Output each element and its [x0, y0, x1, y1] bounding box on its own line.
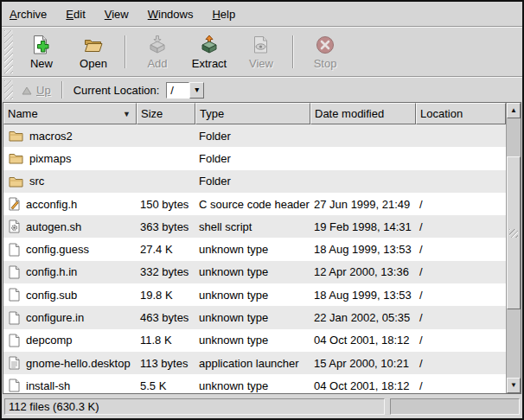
file-size-cell: 113 bytes — [137, 357, 195, 370]
file-size-cell: 463 bytes — [137, 311, 195, 324]
table-row[interactable]: autogen.sh363 bytesshell script19 Feb 19… — [3, 215, 506, 238]
vertical-scrollbar[interactable]: ▲ ▼ — [506, 103, 521, 393]
folder-icon — [9, 152, 23, 164]
file-name: install-sh — [26, 379, 70, 392]
table-row[interactable]: configure.in463 bytesunknown type22 Jan … — [3, 306, 506, 328]
column-label: Size — [141, 107, 163, 120]
menu-edit[interactable]: Edit — [66, 8, 85, 21]
table-row[interactable]: srcFolder — [3, 170, 506, 193]
file-date-cell: 18 Aug 1999, 13:53 — [310, 289, 416, 302]
file-type-cell: shell script — [195, 220, 310, 233]
file-date-cell: 12 Apr 2000, 13:36 — [310, 265, 416, 278]
file-type-cell: application launcher — [195, 357, 310, 370]
file-type-cell: unknown type — [195, 243, 310, 256]
text-edit-icon — [9, 197, 20, 211]
stop-icon — [315, 34, 335, 56]
file-date-cell: 04 Oct 2001, 18:12 — [310, 379, 416, 392]
table-row[interactable]: config.sub19.8 Kunknown type18 Aug 1999,… — [3, 283, 506, 306]
toolbar-drag-handle[interactable] — [4, 30, 13, 73]
file-size-cell: 150 bytes — [137, 198, 195, 211]
sort-descending-icon: ▼ — [123, 110, 132, 118]
file-type-cell: unknown type — [195, 334, 310, 347]
scrollbar-thumb[interactable] — [507, 156, 521, 309]
stop-button-label: Stop — [314, 57, 337, 70]
file-name: config.h.in — [26, 265, 77, 278]
file-type-cell: unknown type — [195, 311, 310, 324]
extract-button-label: Extract — [192, 57, 227, 70]
scrollbar-trough[interactable] — [507, 118, 521, 378]
file-name: acconfig.h — [26, 198, 77, 211]
status-message-box: 112 files (630.3 K) — [4, 398, 385, 415]
arrow-up-icon: ▲ — [510, 107, 517, 114]
file-location-cell: / — [416, 311, 506, 324]
file-name: depcomp — [26, 334, 72, 347]
column-header-size[interactable]: Size — [137, 103, 195, 124]
scroll-up-button[interactable]: ▲ — [507, 103, 521, 118]
location-combo-value[interactable]: / — [166, 82, 189, 99]
table-row[interactable]: macros2Folder — [3, 124, 506, 147]
table-row[interactable]: install-sh5.5 Kunknown type04 Oct 2001, … — [3, 374, 506, 393]
menu-archive[interactable]: Archive — [10, 8, 47, 21]
menu-view[interactable]: View — [105, 8, 129, 21]
menu-windows[interactable]: Windows — [148, 8, 194, 21]
toolbar: New Open Add Extract View Stop — [2, 28, 522, 76]
menu-help[interactable]: Help — [212, 8, 235, 21]
table-row[interactable]: pixmapsFolder — [3, 147, 506, 169]
column-label: Date modified — [315, 107, 384, 120]
table-header-row: Name ▼ Size Type Date modified Location — [3, 103, 506, 124]
file-name: macros2 — [29, 130, 73, 143]
file-name: config.guess — [26, 243, 89, 256]
open-button[interactable]: Open — [67, 32, 119, 72]
file-type-cell: unknown type — [195, 265, 310, 278]
file-type-cell: unknown type — [195, 379, 310, 392]
add-button-label: Add — [147, 57, 167, 70]
file-type-cell: Folder — [195, 152, 310, 165]
toolbar-separator — [125, 35, 126, 68]
file-date-cell: 19 Feb 1998, 14:31 — [310, 220, 416, 233]
file-name-cell: pixmaps — [3, 152, 137, 165]
location-combo[interactable]: / ▾ — [166, 82, 204, 99]
file-location-cell: / — [416, 198, 506, 211]
file-size-cell: 5.5 K — [137, 379, 195, 392]
up-button-label: Up — [36, 84, 51, 97]
file-location-cell: / — [416, 265, 506, 278]
view-button: View — [235, 32, 287, 72]
locationbar-drag-handle[interactable] — [4, 80, 13, 99]
view-file-icon — [251, 34, 272, 56]
scroll-down-button[interactable]: ▼ — [507, 378, 521, 393]
file-location-cell: / — [416, 357, 506, 370]
file-location-cell: / — [416, 289, 506, 302]
file-name-cell: gnome-hello.desktop — [3, 356, 137, 370]
file-location-cell: / — [416, 220, 506, 233]
table-row[interactable]: gnome-hello.desktop113 bytesapplication … — [3, 352, 506, 374]
new-button[interactable]: New — [16, 32, 67, 72]
open-button-label: Open — [80, 57, 107, 70]
column-header-date-modified[interactable]: Date modified — [310, 103, 416, 124]
file-size-cell: 19.8 K — [137, 289, 195, 302]
table-row[interactable]: depcomp11.8 Kunknown type04 Oct 2001, 18… — [3, 329, 506, 352]
file-name: autogen.sh — [26, 220, 81, 233]
column-header-location[interactable]: Location — [416, 103, 506, 124]
file-size-cell: 27.4 K — [137, 243, 195, 256]
file-name-cell: config.sub — [3, 288, 137, 302]
table-row[interactable]: config.h.in332 bytesunknown type12 Apr 2… — [3, 261, 506, 283]
combo-dropdown-button[interactable]: ▾ — [189, 82, 204, 99]
extract-icon — [199, 34, 220, 56]
column-header-type[interactable]: Type — [195, 103, 310, 124]
table-row[interactable]: config.guess27.4 Kunknown type18 Aug 199… — [3, 238, 506, 260]
extract-button[interactable]: Extract — [183, 32, 235, 72]
file-date-cell: 22 Jan 2002, 05:35 — [310, 311, 416, 324]
arrow-down-icon: ▼ — [510, 382, 517, 389]
file-name-cell: install-sh — [3, 379, 137, 392]
file-location-cell: / — [416, 243, 506, 256]
file-type-cell: Folder — [195, 130, 310, 143]
file-size-cell: 363 bytes — [137, 220, 195, 233]
column-header-name[interactable]: Name ▼ — [3, 103, 137, 124]
toolbar-separator — [292, 35, 294, 68]
table-row[interactable]: acconfig.h150 bytesC source code header2… — [3, 193, 506, 215]
file-date-cell: 04 Oct 2001, 18:12 — [310, 334, 416, 347]
file-date-cell: 15 Apr 2000, 10:21 — [310, 357, 416, 370]
archive-manager-window: Archive Edit View Windows Help New Open … — [0, 0, 524, 420]
plain-file-icon — [9, 288, 20, 302]
locationbar-separator — [61, 81, 63, 99]
